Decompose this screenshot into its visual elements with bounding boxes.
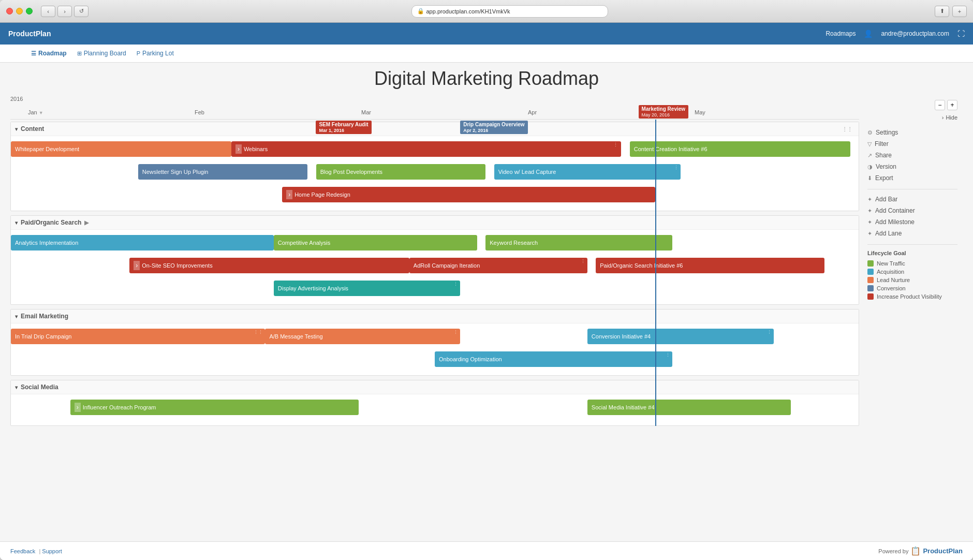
chevron-down-icon: ▾ [15, 126, 18, 132]
paid-initiative-bar[interactable]: Paid/Organic Search Initiative #6 [596, 258, 824, 273]
titlebar: ‹ › ↺ 🔒 app.productplan.com/KH1VmkVk ⬆ + [0, 0, 973, 23]
roadmap-layout: 2016 Jan ▼ Feb Mar Apr May [0, 95, 973, 541]
roadmap-icon: ☰ [31, 50, 36, 57]
drip-milestone: Drip Campaign Overview Apr 2, 2016 [460, 121, 527, 134]
user-menu[interactable]: andre@productplan.com [881, 30, 949, 37]
expand-influencer[interactable]: › [75, 403, 81, 412]
feedback-link[interactable]: Feedback [10, 548, 35, 554]
minimize-button[interactable] [16, 8, 23, 14]
roadmap-main[interactable]: 2016 Jan ▼ Feb Mar Apr May [10, 95, 859, 541]
add-container-item[interactable]: ✦ Add Container [867, 205, 957, 216]
adroll-bar[interactable]: AdRoll Campaign Iteration ⋮ [409, 258, 587, 273]
close-button[interactable] [6, 8, 13, 14]
onboarding-bar[interactable]: Onboarding Optimization ⋮ [435, 351, 672, 367]
paid-row-2: › On-Site SEO Improvements AdRoll Campai… [11, 256, 859, 278]
plus-lane-icon: ✦ [867, 230, 872, 237]
new-tab-button[interactable]: + [952, 6, 967, 17]
influencer-bar[interactable]: › Influencer Outreach Program [70, 400, 359, 415]
add-milestone-item[interactable]: ✦ Add Milestone [867, 216, 957, 228]
keyword-bar[interactable]: Keyword Research [485, 235, 672, 250]
gear-icon: ⚙ [867, 129, 873, 136]
lifecycle-product-visibility: Increase Product Visibility [867, 292, 957, 301]
adroll-dots: ⋮ [581, 259, 585, 264]
chevron-email-icon: ▾ [15, 314, 18, 319]
video-bar[interactable]: Video w/ Lead Capture ⋮ [494, 164, 681, 180]
conversion-dot [867, 285, 874, 291]
months-row: Jan ▼ Feb Mar Apr May [10, 105, 859, 120]
analytics-bar[interactable]: Analytics Implementation [11, 235, 274, 250]
hide-sidebar-btn[interactable]: › Hide [867, 114, 957, 121]
back-button[interactable]: ‹ [41, 6, 55, 17]
drip-dots: ⋮⋮ [254, 330, 263, 335]
expand-seo[interactable]: › [134, 261, 140, 270]
homepage-bar[interactable]: › Home Page Redesign [282, 187, 655, 202]
version-item[interactable]: ◑ Version [867, 161, 957, 172]
share-item[interactable]: ↗ Share [867, 150, 957, 161]
swimlane-email-header[interactable]: ▾ Email Marketing Drip Campaign Overview… [11, 310, 859, 323]
share-button[interactable]: ⬆ [935, 6, 949, 17]
display-bar[interactable]: Display Advertising Analysis ⋮ [274, 281, 460, 296]
filter-item[interactable]: ▽ Filter [867, 138, 957, 150]
month-mar: Mar [359, 109, 526, 115]
webinars-bar[interactable]: › Webinars ⋮ [231, 141, 621, 157]
add-lane-item[interactable]: ✦ Add Lane [867, 228, 957, 239]
app-logo: ProductPlan [8, 30, 825, 38]
titlebar-right: ⬆ + [935, 6, 967, 17]
ab-test-bar[interactable]: A/B Message Testing ⋮ [265, 329, 460, 344]
url-bar[interactable]: 🔒 app.productplan.com/KH1VmkVk [411, 5, 608, 18]
planning-board-tab[interactable]: ⊞ Planning Board [77, 50, 126, 57]
zoom-out-btn[interactable]: − [935, 100, 945, 110]
export-item[interactable]: ⬇ Export [867, 172, 957, 184]
add-bar-item[interactable]: ✦ Add Bar [867, 194, 957, 205]
drip-campaign-bar[interactable]: In Trial Drip Campaign ⋮⋮ [11, 329, 265, 344]
window-chrome: ‹ › ↺ 🔒 app.productplan.com/KH1VmkVk ⬆ +… [0, 0, 973, 560]
chevron-social-icon: ▾ [15, 385, 18, 390]
blog-bar[interactable]: Blog Post Developments [316, 164, 486, 180]
zoom-in-btn[interactable]: + [947, 100, 957, 110]
product-visibility-dot [867, 293, 874, 300]
new-traffic-dot [867, 260, 874, 267]
fullscreen-button[interactable] [26, 8, 33, 14]
whitepaper-bar[interactable]: Whitepaper Development [11, 141, 231, 157]
footer-links: Feedback Support [10, 548, 62, 554]
expand-homepage[interactable]: › [286, 190, 292, 199]
product-plan-logo-icon: 📋 [910, 546, 921, 556]
paid-flag: ▶ [84, 219, 89, 226]
app-header: ProductPlan Roadmaps 👤 andre@productplan… [0, 23, 973, 45]
swimlane-email: ▾ Email Marketing Drip Campaign Overview… [10, 309, 859, 376]
dots-icon: ⋮ [613, 142, 618, 148]
seo-bar[interactable]: › On-Site SEO Improvements [129, 258, 409, 273]
expand-webinars[interactable]: › [235, 144, 242, 154]
roadmaps-link[interactable]: Roadmaps [825, 30, 856, 37]
user-icon: 👤 [864, 30, 873, 38]
content-initiative-bar[interactable]: Content Creation Initiative #6 [630, 141, 850, 157]
parking-lot-tab[interactable]: P Parking Lot [137, 50, 174, 57]
swimlane-content: ▾ Content ⋮⋮ Whitepaper Development › We… [10, 122, 859, 211]
expand-icon[interactable]: ⛶ [957, 30, 965, 38]
app-body: ☰ Roadmap ⊞ Planning Board P Parking Lot… [0, 45, 973, 560]
swimlane-content-header[interactable]: ▾ Content ⋮⋮ [11, 122, 859, 136]
swimlane-social-body: › Influencer Outreach Program Social Med… [11, 394, 859, 425]
conversion-init-bar[interactable]: Conversion Initiative #4 ⋮ [587, 329, 774, 344]
settings-item[interactable]: ⚙ Settings [867, 127, 957, 138]
month-may: May [692, 109, 859, 115]
powered-by: Powered by 📋 ProductPlan [878, 546, 963, 556]
plus-container-icon: ✦ [867, 208, 872, 214]
email-row-1: In Trial Drip Campaign ⋮⋮ A/B Message Te… [11, 327, 859, 349]
swimlane-content-body: Whitepaper Development › Webinars ⋮ Cont… [11, 136, 859, 211]
sidebar-divider-2 [867, 244, 957, 245]
forward-button[interactable]: › [57, 6, 72, 17]
support-link[interactable]: Support [39, 548, 62, 554]
year-row: 2016 [10, 95, 859, 105]
competitive-bar[interactable]: Competitive Analysis [274, 235, 477, 250]
newsletter-bar[interactable]: Newsletter Sign Up Plugin [138, 164, 308, 180]
roadmap-tab[interactable]: ☰ Roadmap [31, 50, 67, 57]
swimlane-paid-header[interactable]: ▾ Paid/Organic Search ▶ SEM February Aud… [11, 216, 859, 230]
lifecycle-new-traffic: New Traffic [867, 259, 957, 268]
social-initiative-bar[interactable]: Social Media Initiative #4 [587, 400, 791, 415]
swimlane-social-header[interactable]: ▾ Social Media [11, 380, 859, 394]
titlebar-nav: ‹ › ↺ [41, 6, 89, 17]
export-icon: ⬇ [867, 175, 872, 182]
dots2-icon: ⋮ [674, 165, 679, 170]
refresh-button[interactable]: ↺ [74, 6, 89, 17]
